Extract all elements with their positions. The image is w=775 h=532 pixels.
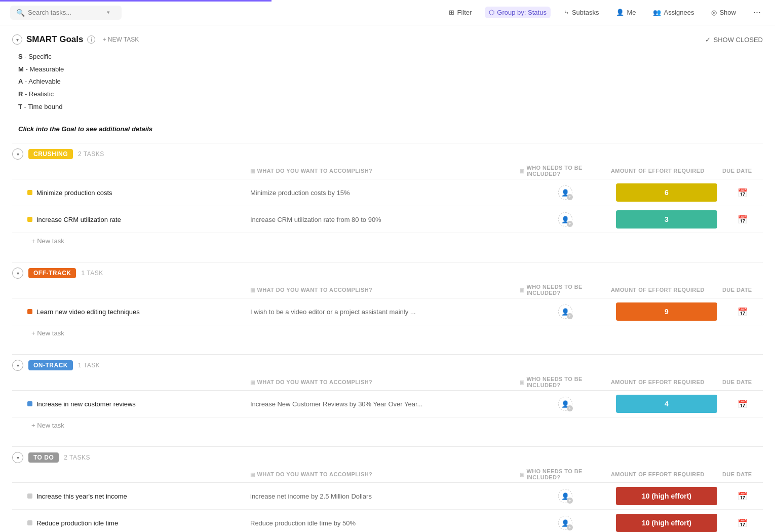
subtasks-button[interactable]: ⤷ Subtasks [560,7,603,18]
calendar-icon[interactable]: 📅 [738,188,748,198]
badge-todo: TO DO [28,452,59,463]
effort-bar: 3 [616,210,717,229]
effort-cell: 10 (high effort) [611,514,722,532]
task-count-offtrack: 1 TASK [81,270,103,277]
task-who[interactable]: 👤+ [520,305,611,319]
page-title: SMART Goals [26,34,83,45]
col-header-icon: ▣ [520,379,524,385]
task-name: Increase in new customer reviews [36,400,136,408]
collapse-crushing[interactable]: ▾ [12,148,23,160]
task-dot [27,520,32,525]
collapse-todo[interactable]: ▾ [12,452,23,463]
avatar[interactable]: 👤+ [558,516,572,530]
due-date-cell[interactable]: 📅 [722,215,763,224]
smart-a: A - Achievable [18,75,763,88]
due-date-cell[interactable]: 📅 [722,491,763,501]
groupby-button[interactable]: ⬡ Group by: Status [485,7,551,18]
col-header-4: DUE DATE [722,284,763,296]
show-icon: ◎ [711,9,717,16]
avatar[interactable]: 👤+ [558,185,572,200]
check-icon: ✓ [705,36,711,44]
table-row[interactable]: Learn new video editing techniquesI wish… [12,298,763,325]
collapse-icon[interactable]: ▾ [12,34,22,45]
avatar[interactable]: 👤+ [558,212,572,226]
groupby-icon: ⬡ [489,9,494,16]
col-header-0 [12,284,250,296]
calendar-icon[interactable]: 📅 [738,399,748,409]
effort-bar: 10 (high effort) [616,487,717,505]
task-name: Learn new video editing techniques [36,308,140,316]
col-headers-crushing: ▣WHAT DO YOU WANT TO ACCOMPLISH?▣WHO NEE… [12,163,763,179]
col-header-icon: ▣ [250,472,255,477]
new-task-button[interactable]: + NEW TASK [99,35,142,44]
task-who[interactable]: 👤+ [520,212,611,226]
smart-m: M - Measurable [18,63,763,76]
task-name: Increase this year's net income [36,492,127,500]
header-row: ▾ SMART Goals i + NEW TASK ✓ SHOW CLOSED [12,25,763,49]
more-button[interactable]: ··· [749,5,765,20]
table-row[interactable]: Minimize production costsMinimize produc… [12,179,763,206]
filter-button[interactable]: ⊞ Filter [445,7,476,18]
calendar-icon[interactable]: 📅 [738,518,748,528]
effort-cell: 3 [611,210,722,229]
show-closed-button[interactable]: ✓ SHOW CLOSED [705,36,763,44]
task-dot [27,217,32,222]
add-task-row[interactable]: + New task [12,325,763,339]
due-date-cell[interactable]: 📅 [722,518,763,528]
col-headers-offtrack: ▣WHAT DO YOU WANT TO ACCOMPLISH?▣WHO NEE… [12,282,763,298]
calendar-icon[interactable]: 📅 [738,491,748,501]
task-who[interactable]: 👤+ [520,397,611,411]
effort-bar: 4 [616,395,717,413]
effort-cell: 10 (high effort) [611,487,722,505]
effort-cell: 6 [611,183,722,202]
task-who[interactable]: 👤+ [520,516,611,530]
col-header-1: ▣WHAT DO YOU WANT TO ACCOMPLISH? [250,376,520,388]
col-header-0 [12,165,250,177]
show-button[interactable]: ◎ Show [707,7,740,18]
groupby-label: Group by: Status [497,9,547,16]
task-name-cell: Reduce production idle time [12,519,250,527]
col-header-icon: ▣ [250,287,255,293]
table-row[interactable]: Increase CRM utilization rateIncrease CR… [12,206,763,233]
me-button[interactable]: 👤 Me [612,7,640,18]
main-content: ▾ SMART Goals i + NEW TASK ✓ SHOW CLOSED… [0,25,775,532]
smart-list: S - Specific M - Measurable A - Achievab… [12,49,763,118]
col-header-icon: ▣ [520,472,524,477]
assignees-button[interactable]: 👥 Assignees [649,7,698,18]
add-task-row[interactable]: + New task [12,417,763,431]
task-name: Increase CRM utilization rate [36,216,121,223]
progress-bar [0,0,272,2]
calendar-icon[interactable]: 📅 [738,307,748,317]
task-name-cell: Minimize production costs [12,189,250,197]
click-hint: Click into the Goal to see additional de… [12,118,763,143]
collapse-ontrack[interactable]: ▾ [12,360,23,371]
col-header-icon: ▣ [520,168,524,174]
table-row[interactable]: Reduce production idle timeReduce produc… [12,510,763,532]
due-date-cell[interactable]: 📅 [722,188,763,198]
info-icon[interactable]: i [87,35,95,44]
collapse-offtrack[interactable]: ▾ [12,268,23,279]
avatar[interactable]: 👤+ [558,305,572,319]
col-header-3: AMOUNT OF EFFORT REQUIRED [611,284,722,296]
task-name-cell: Learn new video editing techniques [12,308,250,316]
col-header-1: ▣WHAT DO YOU WANT TO ACCOMPLISH? [250,468,520,480]
chevron-down-icon[interactable]: ▾ [107,9,110,16]
search-area[interactable]: 🔍 ▾ [10,6,122,20]
avatar[interactable]: 👤+ [558,397,572,411]
task-who[interactable]: 👤+ [520,185,611,200]
due-date-cell[interactable]: 📅 [722,399,763,409]
section-header-offtrack: ▾OFF-TRACK1 TASK [12,262,763,282]
section-header-ontrack: ▾ON-TRACK1 TASK [12,354,763,374]
table-row[interactable]: Increase this year's net incomeincrease … [12,483,763,510]
col-header-3: AMOUNT OF EFFORT REQUIRED [611,468,722,480]
search-input[interactable] [28,9,104,16]
table-row[interactable]: Increase in new customer reviewsIncrease… [12,391,763,417]
task-who[interactable]: 👤+ [520,489,611,503]
calendar-icon[interactable]: 📅 [738,215,748,224]
avatar[interactable]: 👤+ [558,489,572,503]
task-name-cell: Increase CRM utilization rate [12,216,250,223]
smart-r: R - Realistic [18,88,763,101]
due-date-cell[interactable]: 📅 [722,307,763,317]
col-header-icon: ▣ [250,168,255,174]
add-task-row[interactable]: + New task [12,233,763,247]
